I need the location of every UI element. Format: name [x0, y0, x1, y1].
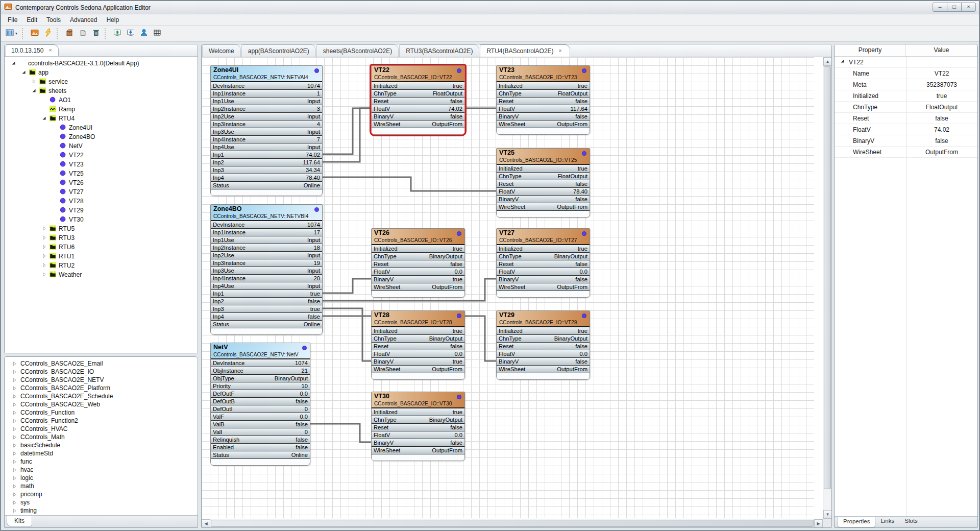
close-icon[interactable]: ×: [47, 47, 53, 54]
menu-edit[interactable]: Edit: [22, 15, 42, 25]
collapse-arrow-icon[interactable]: [12, 459, 17, 465]
block-vt29[interactable]: VT29CControls_BASCAO2E_IO::VT29Initializ…: [496, 310, 590, 380]
collapse-arrow-icon[interactable]: [12, 500, 17, 505]
upload-monitor-button[interactable]: [111, 27, 124, 40]
scroll-left-arrow[interactable]: ◀: [202, 519, 210, 528]
wire-Zone4BO.Inp1-to-VT26.BinaryV[interactable]: [323, 279, 372, 293]
kit-item-basicschedule[interactable]: basicSchedule: [5, 441, 198, 449]
tab-links[interactable]: Links: [875, 517, 899, 527]
tree-item-vt29[interactable]: VT29: [5, 206, 198, 215]
kit-item-ccontrols-bascao2e-schedule[interactable]: CControls_BASCAO2E_Schedule: [5, 392, 198, 400]
collapse-arrow-icon[interactable]: [12, 361, 17, 367]
tree-item-netv[interactable]: NetV: [5, 141, 198, 151]
kit-item-ccontrols-bascao2e-io[interactable]: CControls_BASCAO2E_IO: [5, 368, 198, 376]
wiresheet-canvas[interactable]: Zone4UICControls_BASCAO2E_NETV::NETVAI4D…: [202, 57, 814, 518]
image-button[interactable]: [28, 27, 41, 40]
collapse-arrow-icon[interactable]: [12, 467, 17, 473]
collapse-arrow-icon[interactable]: [12, 451, 17, 456]
menu-advanced[interactable]: Advanced: [65, 15, 102, 25]
perspective-layout-button[interactable]: ▾: [3, 27, 20, 40]
tree-item-rtu1[interactable]: RTU1: [5, 252, 198, 261]
kit-item-ccontrols-math[interactable]: CControls_Math: [5, 433, 198, 441]
property-value[interactable]: false: [906, 115, 977, 122]
scroll-right-arrow[interactable]: ▶: [814, 519, 823, 528]
kit-item-ccontrols-bascao2e-web[interactable]: CControls_BASCAO2E_Web: [5, 400, 198, 408]
property-row-meta[interactable]: Meta352387073: [835, 79, 977, 90]
tab-properties[interactable]: Properties: [838, 517, 875, 527]
collapse-arrow-icon[interactable]: [41, 226, 48, 232]
block-vt25[interactable]: VT25CControls_BASCAO2E_IO::VT25Initializ…: [496, 148, 590, 218]
collapse-arrow-icon[interactable]: [12, 369, 17, 375]
kit-item-ccontrols-hvac[interactable]: CControls_HVAC: [5, 425, 198, 433]
paste-button[interactable]: [76, 27, 89, 40]
expand-arrow-icon[interactable]: [41, 115, 48, 122]
block-vt26[interactable]: VT26CControls_BASCAO2E_IO::VT26Initializ…: [371, 228, 465, 298]
kit-item-ccontrols-function[interactable]: CControls_Function: [5, 408, 198, 417]
lightning-button[interactable]: [41, 27, 55, 40]
scroll-down-arrow[interactable]: ▼: [823, 510, 832, 519]
collapse-arrow-icon[interactable]: [12, 484, 17, 489]
tab-device-ip[interactable]: 10.0.13.150 ×: [6, 44, 59, 56]
expand-arrow-icon[interactable]: [11, 60, 17, 67]
vertical-scrollbar[interactable]: ▲ ▼: [823, 57, 831, 519]
tree-item-zone4ui[interactable]: Zone4UI: [5, 123, 198, 132]
property-row-floatv[interactable]: FloatV74.02: [835, 124, 977, 135]
tree-item-rtu5[interactable]: RTU5: [5, 224, 198, 233]
collapse-arrow-icon[interactable]: [12, 418, 17, 424]
wire-Zone4UI.Inp4-to-VT25.FloatV[interactable]: [323, 177, 497, 191]
minimize-button[interactable]: –: [933, 3, 947, 12]
kit-item-hvac[interactable]: hvac: [5, 466, 198, 474]
property-row-wiresheet[interactable]: WireSheetOutputFrom: [835, 147, 977, 158]
tree-item-zone4bo[interactable]: Zone4BO: [5, 132, 198, 141]
tree-item-vt28[interactable]: VT28: [5, 197, 198, 206]
block-vt23[interactable]: VT23CControls_BASCAO2E_IO::VT23Initializ…: [496, 65, 590, 135]
tree-item-vt30[interactable]: VT30: [5, 215, 198, 224]
collapse-arrow-icon[interactable]: [12, 402, 17, 407]
collapse-arrow-icon[interactable]: [12, 492, 17, 497]
property-row-reset[interactable]: Resetfalse: [835, 113, 977, 124]
kit-item-pricomp[interactable]: pricomp: [5, 490, 198, 498]
block-vt30[interactable]: VT30CControls_BASCAO2E_IO::VT30Initializ…: [371, 392, 465, 461]
tree-item-weather[interactable]: Weather: [5, 270, 198, 279]
collapse-arrow-icon[interactable]: [12, 410, 17, 416]
kit-item-ccontrols-bascao2e-netv[interactable]: CControls_BASCAO2E_NETV: [5, 376, 198, 384]
tree-item-service[interactable]: service: [5, 77, 198, 86]
tree-item-rtu3[interactable]: RTU3: [5, 233, 198, 243]
kit-item-datetimestd[interactable]: datetimeStd: [5, 449, 198, 457]
editor-tab-sheets-bascontrolao2e-[interactable]: sheets(BAScontrolAO2E): [316, 44, 399, 57]
scroll-up-arrow[interactable]: ▲: [823, 57, 832, 66]
block-vt22[interactable]: VT22CControls_BASCAO2E_IO::VT22Initializ…: [371, 65, 465, 135]
block-zone4ui[interactable]: Zone4UICControls_BASCAO2E_NETV::NETVAI4D…: [210, 65, 323, 196]
tree-item-ccontrols-bascao2e-3-1-0-default-app-[interactable]: ccontrols-BASCAO2E-3.1.0(Default App): [5, 59, 198, 68]
collapse-arrow-icon[interactable]: [12, 435, 17, 440]
property-value[interactable]: 352387073: [906, 81, 977, 88]
property-value[interactable]: true: [906, 92, 977, 100]
kit-item-ccontrols-function2[interactable]: CControls_Function2: [5, 417, 198, 425]
tab-kits[interactable]: Kits: [7, 516, 32, 526]
kit-item-logic[interactable]: logic: [5, 474, 198, 482]
tree-item-vt25[interactable]: VT25: [5, 169, 198, 178]
block-netv[interactable]: NetVCControls_BASCAO2E_NETV::NetVDevInst…: [210, 343, 310, 466]
kit-item-sys[interactable]: sys: [5, 498, 198, 506]
menu-tools[interactable]: Tools: [42, 15, 65, 25]
collapse-arrow-icon[interactable]: [41, 235, 48, 242]
collapse-arrow-icon[interactable]: [41, 272, 48, 278]
collapse-arrow-icon[interactable]: [31, 79, 38, 85]
collapse-arrow-icon[interactable]: [12, 508, 17, 514]
kit-item-ccontrols-bascao2e-email[interactable]: CControls_BASCAO2E_Email: [5, 359, 198, 368]
editor-tab-app-bascontrolao2e-[interactable]: app(BAScontrolAO2E): [241, 44, 316, 57]
horizontal-scroll-thumb[interactable]: [211, 520, 814, 527]
tree-item-rtu4[interactable]: RTU4: [5, 114, 198, 123]
block-vt28[interactable]: VT28CControls_BASCAO2E_IO::VT28Initializ…: [371, 310, 465, 380]
property-value[interactable]: VT22: [906, 70, 977, 77]
wire-NetV.ValB-to-VT30.BinaryV[interactable]: [310, 424, 372, 442]
tree-item-ramp[interactable]: Ramp: [5, 105, 198, 114]
editor-tab-rtu4-bascontrolao2e-[interactable]: RTU4(BAScontrolAO2E)×: [480, 44, 570, 57]
menu-file[interactable]: File: [3, 15, 22, 25]
editor-tab-rtu3-bascontrolao2e-[interactable]: RTU3(BAScontrolAO2E): [399, 44, 479, 57]
value-column-header[interactable]: Value: [906, 44, 977, 56]
kit-item-func[interactable]: func: [5, 457, 198, 466]
tree-item-rtu2[interactable]: RTU2: [5, 261, 198, 270]
collapse-arrow-icon[interactable]: [12, 443, 17, 448]
property-row-initialized[interactable]: Initializedtrue: [835, 90, 977, 102]
